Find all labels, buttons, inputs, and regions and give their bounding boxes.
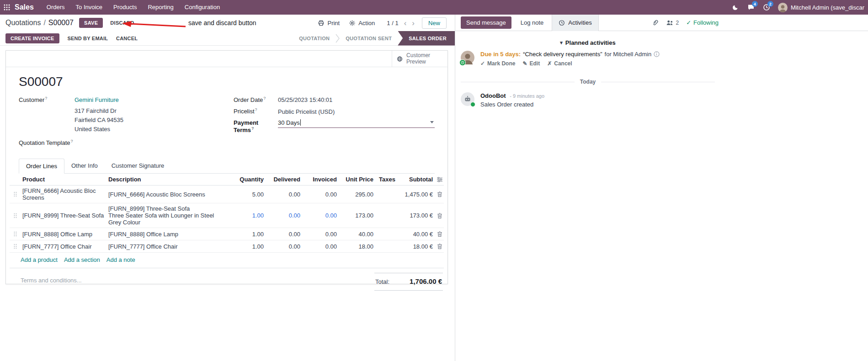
messages-badge: 4 <box>752 1 758 7</box>
stage-quotation[interactable]: QUOTATION <box>293 31 335 46</box>
cell-product[interactable]: [FURN_8999] Three-Seat Sofa <box>21 210 107 221</box>
create-invoice-button[interactable]: CREATE INVOICE <box>5 33 59 43</box>
cell-taxes[interactable] <box>375 214 403 218</box>
cell-description[interactable]: [FURN_6666] Acoustic Bloc Screens <box>107 189 222 200</box>
cell-delivered[interactable]: 0.00 <box>289 212 300 219</box>
optional-columns-icon[interactable] <box>435 177 445 182</box>
cell-unit-price[interactable]: 40.00 <box>339 229 375 239</box>
new-button[interactable]: New <box>422 17 447 29</box>
mark-done-label: Mark Done <box>487 60 515 67</box>
help-marker: ? <box>251 126 254 131</box>
cell-quantity[interactable]: 1.00 <box>222 229 266 239</box>
activity-assignee: for Mitchell Admin <box>605 51 652 58</box>
save-button[interactable]: SAVE <box>79 18 103 28</box>
payment-terms-input[interactable]: 30 Days <box>278 119 435 128</box>
cell-quantity[interactable]: 1.00 <box>252 212 264 219</box>
apps-grid-icon[interactable] <box>0 0 14 15</box>
action-button[interactable]: Action <box>349 20 375 27</box>
drag-handle-icon[interactable] <box>10 231 21 237</box>
edit-activity-button[interactable]: ✎ Edit <box>522 60 540 67</box>
menu-orders[interactable]: Orders <box>41 0 70 15</box>
pager-next-icon[interactable]: › <box>412 19 415 27</box>
dark-mode-icon[interactable] <box>728 0 743 15</box>
cell-taxes[interactable] <box>375 232 403 236</box>
chatter-panel: Send message Log note Activities 2 ✓ Fol… <box>455 15 868 361</box>
cell-invoiced[interactable]: 0.00 <box>325 212 337 219</box>
cell-quantity[interactable]: 5.00 <box>222 189 266 200</box>
help-marker: ? <box>255 107 257 112</box>
activities-badge: 2 <box>767 1 773 7</box>
activities-clock-icon[interactable]: 2 <box>759 0 774 15</box>
terms-placeholder[interactable]: Terms and conditions... <box>21 273 374 291</box>
cell-taxes[interactable] <box>375 244 403 248</box>
print-button[interactable]: Print <box>318 20 340 27</box>
cell-invoiced[interactable]: 0.00 <box>302 241 339 252</box>
cell-product[interactable]: [FURN_8888] Office Lamp <box>21 229 107 239</box>
log-note-button[interactable]: Log note <box>521 19 544 26</box>
delete-row-icon[interactable] <box>435 243 445 250</box>
planned-activities-header[interactable]: ▾ Planned activities <box>461 39 715 46</box>
cancel-button[interactable]: CANCEL <box>116 36 138 41</box>
customer-link[interactable]: Gemini Furniture <box>75 96 119 103</box>
followers-button[interactable]: 2 <box>666 20 679 26</box>
customer-address: 317 Fairchild Dr Fairfield CA 94535 Unit… <box>75 107 234 133</box>
user-menu[interactable]: Mitchell Admin (save_discar <box>774 3 868 12</box>
menu-reporting[interactable]: Reporting <box>142 0 179 15</box>
col-description: Description <box>107 174 222 185</box>
cell-unit-price[interactable]: 18.00 <box>339 241 375 252</box>
cell-description[interactable]: [FURN_8888] Office Lamp <box>107 229 222 239</box>
activities-tab[interactable]: Activities <box>552 15 598 31</box>
dropdown-caret-icon[interactable] <box>430 121 434 123</box>
add-product-link[interactable]: Add a product <box>21 256 58 263</box>
customer-preview-button[interactable]: Customer Preview <box>392 51 447 67</box>
add-note-link[interactable]: Add a note <box>107 256 135 263</box>
cell-invoiced[interactable]: 0.00 <box>302 229 339 239</box>
activity-clock-badge-icon <box>459 59 466 66</box>
cell-description[interactable]: [FURN_7777] Office Chair <box>107 241 222 252</box>
cell-delivered[interactable]: 0.00 <box>266 241 302 252</box>
app-brand[interactable]: Sales <box>15 3 34 11</box>
drag-handle-icon[interactable] <box>10 191 21 197</box>
col-delivered: Delivered <box>266 174 302 185</box>
breadcrumb-quotations[interactable]: Quotations <box>5 19 41 27</box>
drag-handle-icon[interactable] <box>10 244 21 249</box>
pager-prev-icon[interactable]: ‹ <box>404 19 407 27</box>
cell-delivered[interactable]: 0.00 <box>266 229 302 239</box>
stage-sales-order[interactable]: SALES ORDER <box>398 31 455 46</box>
cell-product[interactable]: [FURN_7777] Office Chair <box>21 241 107 252</box>
activity-summary: “Check delivery requirements” <box>523 51 602 58</box>
cell-description[interactable]: [FURN_8999] Three-Seat Sofa Three Seater… <box>107 203 222 228</box>
pricelist-field[interactable]: Public Pricelist (USD) <box>278 108 335 115</box>
following-label: Following <box>693 19 719 26</box>
cell-taxes[interactable] <box>375 192 403 196</box>
tab-other-info[interactable]: Other Info <box>64 159 105 174</box>
cell-unit-price[interactable]: 173.00 <box>339 210 375 221</box>
info-icon[interactable] <box>654 51 660 57</box>
delete-row-icon[interactable] <box>435 231 445 237</box>
delete-row-icon[interactable] <box>435 191 445 197</box>
cell-invoiced[interactable]: 0.00 <box>302 189 339 200</box>
attachment-icon[interactable] <box>652 19 659 26</box>
cell-delivered[interactable]: 0.00 <box>266 189 302 200</box>
mark-done-button[interactable]: ✓ Mark Done <box>480 60 515 67</box>
cell-quantity[interactable]: 1.00 <box>222 241 266 252</box>
messages-icon[interactable]: 4 <box>743 0 759 15</box>
pricelist-label: Pricelist? <box>234 107 278 115</box>
order-date-field[interactable]: 05/25/2023 15:40:01 <box>278 96 332 103</box>
menu-configuration[interactable]: Configuration <box>179 0 225 15</box>
cross-icon: ✗ <box>547 60 552 67</box>
send-by-email-button[interactable]: SEND BY EMAIL <box>68 36 108 41</box>
following-button[interactable]: ✓ Following <box>686 19 719 26</box>
cancel-activity-button[interactable]: ✗ Cancel <box>547 60 572 67</box>
add-section-link[interactable]: Add a section <box>64 256 100 263</box>
stage-quotation-sent[interactable]: QUOTATION SENT <box>340 31 398 46</box>
menu-products[interactable]: Products <box>108 0 142 15</box>
cell-unit-price[interactable]: 295.00 <box>339 189 375 200</box>
send-message-button[interactable]: Send message <box>461 16 511 29</box>
delete-row-icon[interactable] <box>435 212 445 219</box>
drag-handle-icon[interactable] <box>10 213 21 218</box>
tab-order-lines[interactable]: Order Lines <box>19 159 64 174</box>
tab-customer-signature[interactable]: Customer Signature <box>105 159 171 174</box>
menu-to-invoice[interactable]: To Invoice <box>70 0 108 15</box>
cell-product[interactable]: [FURN_6666] Acoustic Bloc Screens <box>21 186 107 203</box>
